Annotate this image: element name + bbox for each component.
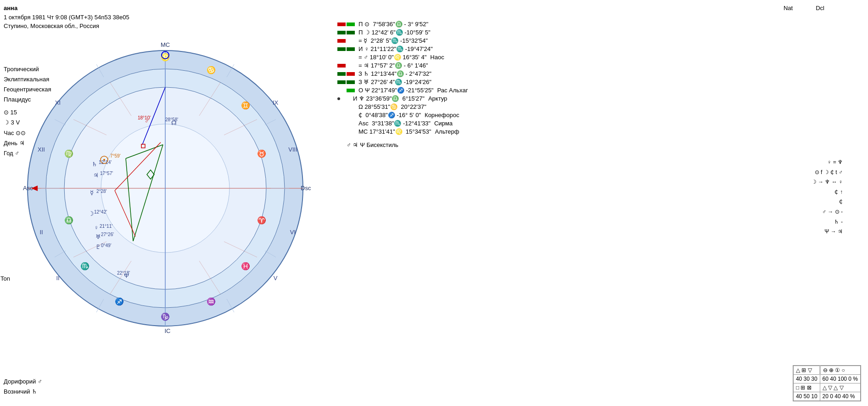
- bar1: [337, 31, 346, 34]
- svg-text:♉: ♉: [257, 149, 266, 158]
- bars-chiron: [337, 113, 355, 117]
- svg-text:27°26': 27°26': [101, 232, 114, 237]
- bar1: [337, 89, 346, 92]
- bar2: [347, 72, 355, 76]
- bars-moon: [337, 31, 355, 34]
- bars-mars: [337, 56, 355, 59]
- cell: 40 50 10: [793, 392, 820, 401]
- planet-row-chiron: ₵ 0°48'38"♐ -16° 5' 0" Корнефорос: [337, 112, 861, 118]
- cell: □ ⊞ ⊠: [793, 383, 820, 392]
- mc-star: Альтерф: [435, 128, 459, 135]
- bar2: [347, 56, 355, 59]
- mars-data: = ♂ 18°10' 0"♌ 16°35' 4": [358, 54, 426, 61]
- dig1: ♀ = ♆: [337, 158, 843, 168]
- planet-row-moon: П ☽ 12°42' 6"♏ -10°59' 5": [337, 29, 861, 36]
- planet-row-node: Ω 28°55'31"♋ 20°22'37": [337, 103, 861, 110]
- svg-text:12°42': 12°42': [94, 209, 107, 214]
- planet-table: П ⊙ 7°58'36"♎ - 3° 9'52" П ☽ 12°42' 6"♏ …: [337, 21, 861, 135]
- planet-row-saturn: З ♄ 12°13'44"♎ - 2°47'32": [337, 70, 861, 77]
- planet-row-asc: Asc 3°31'38"♏ -12°41'33" Сирма: [337, 120, 861, 127]
- bar2: [347, 64, 355, 68]
- dig8: Ψ → ♃: [337, 227, 843, 237]
- bar1: [337, 97, 340, 100]
- cell: ⊖ ⊕ ① ○: [820, 366, 860, 375]
- bar2: [347, 23, 355, 26]
- bar1: [337, 39, 346, 43]
- bars-sun: [337, 23, 355, 26]
- bars-venus: [337, 47, 355, 51]
- sun-data: П ⊙ 7°58'36"♎ - 3° 9'52": [358, 21, 428, 28]
- svg-text:IC: IC: [165, 327, 171, 334]
- mc-data: MC 17°31'41"♌ 15°34'53": [358, 128, 431, 135]
- svg-text:♊: ♊: [241, 101, 250, 110]
- svg-text:♄: ♄: [92, 161, 97, 168]
- svg-text:♋: ♋: [207, 66, 216, 74]
- bar2: [347, 130, 355, 134]
- bar1: [337, 64, 346, 68]
- planet-row-neptune: О Ψ 22°17'49"♐ -21°55'25" Рас Альхаг: [337, 87, 861, 94]
- bar2: [347, 80, 355, 84]
- svg-text:☿: ☿: [90, 189, 94, 196]
- bar2: [341, 97, 349, 101]
- planet-row-uranus: З ♅ 27°26' 4"♏ -19°24'26": [337, 79, 861, 85]
- dig2: ⊙ f ☽ ₵ t ♂: [337, 168, 843, 178]
- cell: 40 30 30: [793, 375, 820, 383]
- bar1: [337, 47, 346, 51]
- bar1: [337, 72, 346, 76]
- bar2: [347, 105, 355, 109]
- saturn-data: З ♄ 12°13'44"♎ - 2°47'32": [358, 70, 431, 77]
- svg-text:♑: ♑: [161, 312, 170, 321]
- svg-text:IX: IX: [273, 99, 279, 106]
- bars-jupiter: [337, 64, 355, 68]
- dig4: ₵↑: [337, 187, 843, 197]
- pluto-data: И ♆ 23°36'59"♎ 6°15'27": [353, 95, 425, 102]
- bar2: [347, 31, 355, 34]
- neptune-data: О Ψ 22°17'49"♐ -21°55'25": [358, 87, 434, 94]
- svg-text:28°58': 28°58': [165, 117, 178, 122]
- vozn-label: Возничий ♄: [4, 387, 42, 397]
- svg-text:XI: XI: [55, 99, 61, 106]
- bars-asc: [337, 122, 355, 125]
- svg-text:♍: ♍: [64, 149, 73, 158]
- table-row: 40 30 30 60 40 100 0 %: [793, 375, 860, 383]
- bars-pluto: [337, 97, 349, 101]
- svg-text:VI: VI: [290, 229, 296, 236]
- dignities-section: ♀ = ♆ ⊙ f ☽ ₵ t ♂ ☽ → ♆ ↔ ♀ ₵↑ ₵ ♂ → ⊙ -…: [337, 158, 843, 237]
- svg-text:II: II: [39, 229, 43, 236]
- bars-saturn: [337, 72, 355, 76]
- cell: 20 0 40 40 %: [820, 392, 860, 401]
- bar1: [337, 113, 346, 117]
- dig3: ☽ → ♆ ↔ ♀: [337, 177, 843, 187]
- svg-text:Asc: Asc: [23, 185, 33, 192]
- svg-text:♒: ♒: [207, 297, 216, 306]
- table-row: △ ⊞ ▽ ⊖ ⊕ ① ○: [793, 366, 860, 375]
- svg-text:7°59': 7°59': [110, 153, 121, 158]
- svg-text:♓: ♓: [241, 262, 250, 271]
- column-headers: Nat Dcl: [337, 5, 824, 11]
- svg-text:♐: ♐: [115, 297, 124, 306]
- svg-text:18°10': 18°10': [138, 115, 151, 120]
- svg-text:♇: ♇: [95, 243, 101, 250]
- ton-label: Ton: [0, 275, 10, 282]
- cell: △ ⊞ ▽: [793, 366, 820, 375]
- planet-row-sun: П ⊙ 7°58'36"♎ - 3° 9'52": [337, 21, 861, 28]
- cell: 60 40 100 0 %: [820, 375, 860, 383]
- table-row: □ ⊞ ⊠ △ ▽ △ ▽: [793, 383, 860, 392]
- uranus-data: З ♅ 27°26' 4"♏ -19°24'26": [358, 79, 431, 85]
- svg-text:MC: MC: [161, 41, 170, 48]
- bar2: [347, 89, 355, 92]
- planet-row-mc: MC 17°31'41"♌ 15°34'53" Альтерф: [337, 128, 861, 135]
- bar1: [337, 105, 346, 109]
- svg-text:♃: ♃: [93, 172, 99, 179]
- svg-text:☽: ☽: [88, 210, 94, 217]
- asc-star: Сирма: [434, 120, 453, 127]
- person-name: анна: [4, 4, 129, 13]
- svg-text:♀: ♀: [94, 224, 99, 231]
- neptune-star: Рас Альхаг: [437, 87, 468, 94]
- planet-row-jupiter: = ♃ 17°57' 2"♎ - 6° 1'46": [337, 62, 861, 69]
- moon-data: П ☽ 12°42' 6"♏ -10°59' 5": [358, 29, 431, 36]
- svg-text:Dsc: Dsc: [301, 185, 311, 192]
- bar1: [337, 122, 346, 125]
- venus-data: И ♀ 21°11'22"♏ -19°47'24": [358, 45, 433, 52]
- svg-text:2°28': 2°28': [96, 189, 107, 194]
